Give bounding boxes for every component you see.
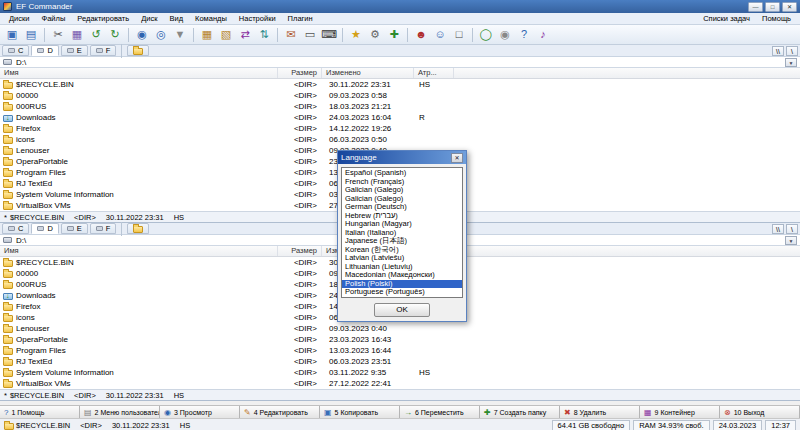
file-row[interactable]: icons<DIR>06.03.2023 0:50 <box>0 134 800 145</box>
column-header-1[interactable]: Размер <box>278 68 322 78</box>
print-button[interactable]: ▭ <box>301 26 319 43</box>
file-row[interactable]: VirtualBox VMs<DIR>27.12.2022 22:41 <box>0 378 800 389</box>
menu-help[interactable]: Помощь <box>756 13 797 25</box>
fn-button-1[interactable]: ?1 Помощь <box>0 406 80 418</box>
language-option[interactable]: Hebrew (עברית) <box>342 212 462 221</box>
language-option[interactable]: French (Français) <box>342 178 462 187</box>
file-row[interactable]: 00000<DIR>09.03.2023 0:58 <box>0 90 800 101</box>
language-option[interactable]: Lithuanian (Lietuvių) <box>342 263 462 272</box>
file-row[interactable]: Downloads<DIR>24.03.2023 16:04R <box>0 112 800 123</box>
fn-button-4[interactable]: ✎4 Редактировать <box>240 406 320 418</box>
sync-button[interactable]: ⇅ <box>255 26 273 43</box>
menu-item-0[interactable]: Диски <box>3 13 36 25</box>
language-list[interactable]: Español (Spanish)French (Français)Galici… <box>341 167 463 298</box>
tools-button[interactable]: ✚ <box>385 26 403 43</box>
ok-button[interactable]: OK <box>374 303 430 317</box>
column-header-3[interactable]: Атр... <box>414 68 454 78</box>
fn-button-8[interactable]: ✖8 Удалить <box>560 406 640 418</box>
language-option[interactable]: Portuguese (Português) <box>342 288 462 297</box>
column-header-0[interactable]: Имя <box>0 68 278 78</box>
path-dropdown-icon[interactable]: ▼ <box>785 236 797 245</box>
redo-button[interactable]: ↻ <box>106 26 124 43</box>
drive-tab-E[interactable]: E <box>61 45 88 56</box>
cd-button[interactable]: ◉ <box>496 26 514 43</box>
panel-header-button-1[interactable]: \ <box>786 224 798 234</box>
world-button[interactable]: ◯ <box>477 26 495 43</box>
drive-tab-C[interactable]: C <box>2 223 29 234</box>
language-option[interactable]: Macedonian (Македонски) <box>342 271 462 280</box>
menu-task-lists[interactable]: Списки задач <box>697 13 756 25</box>
panel-header-button-0[interactable]: \\ <box>772 46 784 56</box>
close-button[interactable]: ✕ <box>782 2 797 12</box>
copy-button[interactable]: ▣ <box>3 26 21 43</box>
undo-button[interactable]: ↺ <box>87 26 105 43</box>
language-option[interactable]: Italian (Italiano) <box>342 229 462 238</box>
menu-item-4[interactable]: Вид <box>163 13 189 25</box>
cut-button[interactable]: ✂ <box>49 26 67 43</box>
maximize-button[interactable]: □ <box>765 2 780 12</box>
unpack-button[interactable]: ▧ <box>217 26 235 43</box>
fn-button-6[interactable]: →6 Переместить <box>400 406 480 418</box>
folders-button[interactable]: ▤ <box>22 26 40 43</box>
file-row[interactable]: $RECYCLE.BIN<DIR>30.11.2022 23:31HS <box>0 79 800 90</box>
drive-tab-D[interactable]: D <box>31 223 58 234</box>
language-option[interactable]: Japanese (日本語) <box>342 237 462 246</box>
file-row[interactable]: Lenouser<DIR>09.03.2023 0:40 <box>0 323 800 334</box>
pack-button[interactable]: ▦ <box>198 26 216 43</box>
file-row[interactable]: Program Files<DIR>13.03.2023 16:44 <box>0 345 800 356</box>
file-row[interactable]: Firefox<DIR>14.12.2022 19:26 <box>0 123 800 134</box>
titlebar[interactable]: EF Commander —□✕ <box>0 0 800 13</box>
menu-item-1[interactable]: Файлы <box>36 13 72 25</box>
file-row[interactable]: OperaPortable<DIR>23.03.2023 16:43 <box>0 334 800 345</box>
language-option[interactable]: Korean (한국어) <box>342 246 462 255</box>
column-header-0[interactable]: Имя <box>0 246 278 256</box>
fn-button-10[interactable]: ⊗10 Выход <box>720 406 800 418</box>
file-row[interactable]: RJ TextEd<DIR>06.03.2023 23:51 <box>0 356 800 367</box>
language-option[interactable]: German (Deutsch) <box>342 203 462 212</box>
panel-header-button-1[interactable]: \ <box>786 46 798 56</box>
drive-tab-C[interactable]: C <box>2 45 29 56</box>
user-button[interactable]: ☺ <box>431 26 449 43</box>
menu-item-5[interactable]: Команды <box>189 13 233 25</box>
filter-button[interactable]: ▼ <box>171 26 189 43</box>
fn-button-5[interactable]: ▣5 Копировать <box>320 406 400 418</box>
terminal-button[interactable]: ⌨ <box>320 26 338 43</box>
drive-tab-F[interactable]: F <box>90 223 117 234</box>
search-button[interactable]: ◉ <box>133 26 151 43</box>
fn-button-3[interactable]: ◉3 Просмотр <box>160 406 240 418</box>
display-button[interactable]: □ <box>450 26 468 43</box>
minimize-button[interactable]: — <box>748 2 763 12</box>
language-option[interactable]: Galician (Galego) <box>342 186 462 195</box>
path-row[interactable]: D:\▼ <box>0 57 800 68</box>
mail-button[interactable]: ✉ <box>282 26 300 43</box>
compare-button[interactable]: ⇄ <box>236 26 254 43</box>
zoom-button[interactable]: ◎ <box>152 26 170 43</box>
column-header-2[interactable]: Изменено <box>322 68 414 78</box>
new-tab-button[interactable] <box>127 223 149 234</box>
paste-button[interactable]: ▦ <box>68 26 86 43</box>
file-row[interactable]: 000RUS<DIR>18.03.2023 21:21 <box>0 101 800 112</box>
language-option[interactable]: Hungarian (Magyar) <box>342 220 462 229</box>
help-button[interactable]: ? <box>515 26 533 43</box>
new-tab-button[interactable] <box>127 45 149 56</box>
music-button[interactable]: ♪ <box>534 26 552 43</box>
language-option[interactable]: Polish (Polski) <box>342 280 462 289</box>
fn-button-9[interactable]: ▦9 Контейнер <box>640 406 720 418</box>
dialog-titlebar[interactable]: Language ✕ <box>338 151 466 164</box>
panel-header-button-0[interactable]: \\ <box>772 224 784 234</box>
fn-button-7[interactable]: ✚7 Создать папку <box>480 406 560 418</box>
fn-button-2[interactable]: ▤2 Меню пользователя <box>80 406 160 418</box>
column-header-1[interactable]: Размер <box>278 246 322 256</box>
language-option[interactable]: Galician (Galego) <box>342 195 462 204</box>
menu-item-6[interactable]: Настройки <box>233 13 282 25</box>
users-button[interactable]: ☻ <box>412 26 430 43</box>
drive-tab-F[interactable]: F <box>90 45 117 56</box>
menu-item-7[interactable]: Плагин <box>282 13 319 25</box>
dialog-close-icon[interactable]: ✕ <box>451 153 463 163</box>
path-dropdown-icon[interactable]: ▼ <box>785 58 797 67</box>
language-option[interactable]: Latvian (Latviešu) <box>342 254 462 263</box>
drive-tab-E[interactable]: E <box>61 223 88 234</box>
settings-button[interactable]: ⚙ <box>366 26 384 43</box>
language-option[interactable]: Español (Spanish) <box>342 169 462 178</box>
favorites-button[interactable]: ★ <box>347 26 365 43</box>
